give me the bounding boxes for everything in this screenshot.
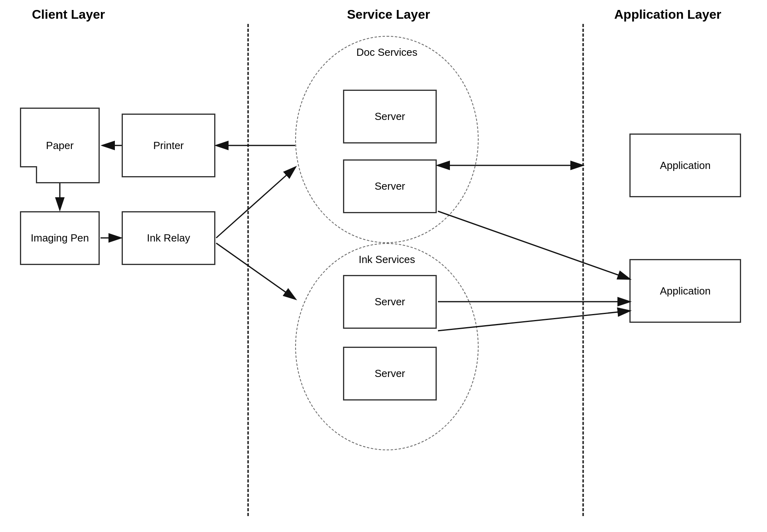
ink-relay-box: Ink Relay bbox=[122, 211, 215, 265]
client-layer-title: Client Layer bbox=[32, 7, 105, 22]
diagram-container: Client Layer Service Layer Application L… bbox=[0, 0, 767, 532]
app1-label: Application bbox=[660, 159, 710, 172]
doc-services-title: Doc Services bbox=[356, 46, 417, 59]
ink-services-title: Ink Services bbox=[359, 253, 415, 266]
ink-server1-box: Server bbox=[343, 275, 437, 329]
doc-server1-box: Server bbox=[343, 90, 437, 143]
ink-server2-label: Server bbox=[375, 367, 405, 380]
svg-line-7 bbox=[216, 243, 295, 299]
doc-server2-box: Server bbox=[343, 159, 437, 213]
imaging-pen-label: Imaging Pen bbox=[31, 232, 89, 244]
divider-left bbox=[247, 24, 249, 516]
svg-line-9 bbox=[438, 211, 629, 279]
app2-label: Application bbox=[660, 285, 710, 297]
paper-label: Paper bbox=[46, 139, 73, 152]
service-layer-title: Service Layer bbox=[347, 7, 430, 22]
application-layer-title: Application Layer bbox=[614, 7, 722, 22]
ink-relay-label: Ink Relay bbox=[147, 232, 190, 244]
app2-box: Application bbox=[629, 259, 741, 323]
imaging-pen-box: Imaging Pen bbox=[20, 211, 100, 265]
ink-server2-box: Server bbox=[343, 347, 437, 400]
printer-box: Printer bbox=[122, 114, 215, 177]
printer-label: Printer bbox=[153, 139, 184, 152]
ink-server1-label: Server bbox=[375, 296, 405, 308]
svg-line-6 bbox=[216, 167, 295, 238]
divider-right bbox=[582, 24, 584, 516]
paper-box: Paper bbox=[20, 108, 100, 183]
doc-server2-label: Server bbox=[375, 180, 405, 192]
doc-server1-label: Server bbox=[375, 110, 405, 123]
app1-box: Application bbox=[629, 133, 741, 197]
